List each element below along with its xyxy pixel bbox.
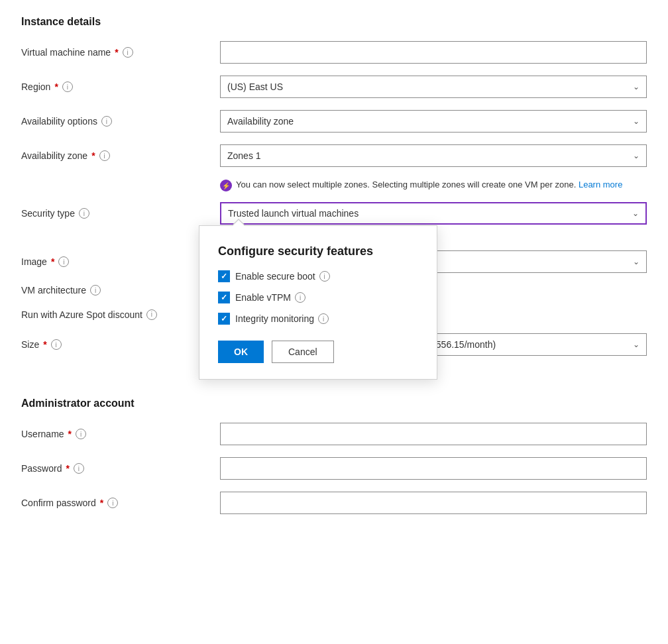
availability-zone-row: Availability zone * i Zones 1 ⌄ [21,144,647,167]
availability-zone-label: Availability zone * i [21,150,220,161]
availability-options-control: Availability zone ⌄ [220,110,647,133]
availability-zone-control: Zones 1 ⌄ [220,144,647,167]
image-label: Image * i [21,256,220,267]
password-control [220,457,647,480]
availability-options-chevron-icon: ⌄ [633,117,640,126]
region-label: Region * i [21,81,220,92]
vm-architecture-label: VM architecture i [21,285,220,295]
region-chevron-icon: ⌄ [633,82,640,91]
image-info-icon[interactable]: i [58,256,69,267]
username-required: * [68,429,72,439]
confirm-password-row: Confirm password * i [21,492,647,514]
vm-name-input[interactable] [220,41,647,64]
size-info-icon[interactable]: i [51,339,62,350]
username-info-icon[interactable]: i [76,429,86,439]
zones-note-text: You can now select multiple zones. Selec… [236,179,622,191]
vm-architecture-info-icon[interactable]: i [90,285,101,295]
region-control: (US) East US ⌄ [220,76,647,98]
availability-options-info-icon[interactable]: i [101,116,112,127]
zones-learn-more-link[interactable]: Learn more [579,180,622,189]
spot-discount-info-icon[interactable]: i [146,309,157,320]
availability-options-label: Availability options i [21,116,220,127]
availability-options-select[interactable]: Availability zone ⌄ [220,110,647,133]
security-type-select[interactable]: Trusted launch virtual machines ⌄ [220,202,647,225]
vtpm-checkmark: ✓ [221,293,227,302]
username-control [220,423,647,445]
secure-boot-row: ✓ Enable secure boot i [218,270,418,282]
availability-zone-value: Zones 1 [227,150,261,161]
size-label: Size * i [21,339,220,350]
availability-options-row: Availability options i Availability zone… [21,110,647,133]
size-chevron-icon: ⌄ [633,340,640,349]
secure-boot-info-icon[interactable]: i [319,271,330,282]
availability-zone-select[interactable]: Zones 1 ⌄ [220,144,647,167]
size-required: * [43,339,46,350]
region-required: * [54,81,58,92]
vtpm-row: ✓ Enable vTPM i [218,292,418,303]
instance-details-title: Instance details [21,16,647,28]
confirm-password-label: Confirm password * i [21,498,220,508]
secure-boot-checkmark: ✓ [221,272,227,281]
vtpm-label: Enable vTPM i [235,292,306,303]
availability-zone-required: * [91,150,95,161]
password-label: Password * i [21,463,220,474]
password-row: Password * i [21,457,647,480]
integrity-monitoring-checkmark: ✓ [221,314,227,323]
vm-name-label: Virtual machine name * i [21,47,220,58]
password-info-icon[interactable]: i [74,463,84,474]
confirm-password-input[interactable] [220,492,647,514]
region-value: (US) East US [227,81,283,92]
security-type-value: Trusted launch virtual machines [228,208,359,219]
availability-options-value: Availability zone [227,116,294,127]
region-row: Region * i (US) East US ⌄ [21,76,647,98]
security-type-info-icon[interactable]: i [79,208,89,219]
dialog-actions: OK Cancel [218,341,418,363]
password-input[interactable] [220,457,647,480]
dialog-container: Configure security features ✓ Enable sec… [199,225,437,380]
availability-zone-info-icon[interactable]: i [99,150,110,161]
username-input[interactable] [220,423,647,445]
secure-boot-label: Enable secure boot i [235,271,330,282]
vm-name-row: Virtual machine name * i [21,41,647,64]
admin-account-section: Administrator account Username * i Passw… [21,398,647,514]
username-label: Username * i [21,429,220,439]
dialog-ok-button[interactable]: OK [218,341,264,363]
availability-zone-chevron-icon: ⌄ [633,151,640,160]
vtpm-checkbox[interactable]: ✓ [218,292,230,303]
dialog-triangle-inner [233,220,245,226]
confirm-password-required: * [100,498,103,508]
dialog-title: Configure security features [218,244,418,258]
spot-discount-label: Run with Azure Spot discount i [21,309,220,320]
image-required: * [51,256,54,267]
admin-account-title: Administrator account [21,398,647,409]
vm-name-required: * [115,47,118,58]
security-type-control: Trusted launch virtual machines ⌄ [220,202,647,225]
integrity-monitoring-row: ✓ Integrity monitoring i [218,313,418,325]
zones-note-icon: ⚡ [220,180,232,191]
security-type-chevron-icon: ⌄ [632,209,639,218]
confirm-password-control [220,492,647,514]
configure-security-dialog: Configure security features ✓ Enable sec… [199,225,437,380]
password-required: * [66,463,69,474]
zones-note-row: ⚡ You can now select multiple zones. Sel… [220,179,647,191]
username-row: Username * i [21,423,647,445]
vm-name-control [220,41,647,64]
integrity-monitoring-checkbox[interactable]: ✓ [218,313,230,325]
dialog-cancel-button[interactable]: Cancel [272,341,334,363]
vm-name-info-icon[interactable]: i [123,47,133,58]
security-type-row: Security type i Trusted launch virtual m… [21,202,647,225]
confirm-password-info-icon[interactable]: i [107,498,118,508]
integrity-monitoring-info-icon[interactable]: i [318,313,329,324]
vtpm-info-icon[interactable]: i [295,292,306,303]
security-type-label: Security type i [21,208,220,219]
region-select[interactable]: (US) East US ⌄ [220,76,647,98]
region-info-icon[interactable]: i [62,81,73,92]
image-chevron-icon: ⌄ [633,257,640,266]
integrity-monitoring-label: Integrity monitoring i [235,313,329,324]
secure-boot-checkbox[interactable]: ✓ [218,270,230,282]
